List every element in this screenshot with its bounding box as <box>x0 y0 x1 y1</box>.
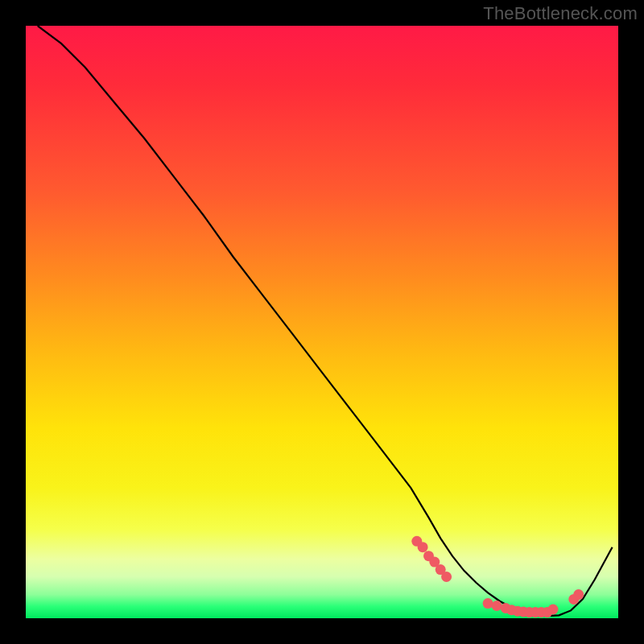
plot-area <box>26 26 618 618</box>
right-rise-point <box>573 589 584 600</box>
minimum-segment-point <box>483 598 493 609</box>
minimum-segment-point <box>548 605 559 615</box>
left-cluster-point <box>418 542 428 552</box>
marker-group <box>411 536 584 617</box>
watermark-text: TheBottleneck.com <box>483 3 638 24</box>
left-cluster-point <box>441 572 452 582</box>
minimum-segment-point <box>492 601 502 611</box>
bottleneck-curve <box>38 26 613 616</box>
plot-svg <box>26 26 618 618</box>
chart-frame: TheBottleneck.com <box>0 0 644 644</box>
